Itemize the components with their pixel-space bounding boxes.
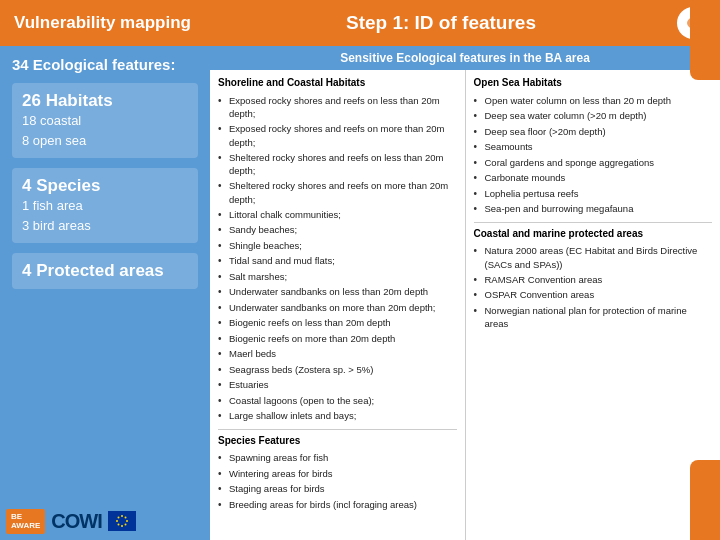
item-text: Seagrass beds (Zostera sp. > 5%) — [229, 363, 373, 378]
list-item: • Deep sea water column (>20 m depth) — [474, 109, 713, 124]
bullet-icon: • — [474, 187, 482, 202]
svg-point-5 — [124, 524, 126, 526]
item-text: OSPAR Convention areas — [485, 288, 595, 303]
species-sub: 1 fish area3 bird areas — [22, 196, 188, 235]
list-item: • Sandy beaches; — [218, 223, 457, 238]
item-text: Wintering areas for birds — [229, 467, 332, 482]
item-text: Sheltered rocky shores and reefs on less… — [229, 151, 457, 179]
bullet-icon: • — [218, 239, 226, 254]
header: Vulnerability mapping Step 1: ID of feat… — [0, 0, 720, 46]
bullet-icon: • — [218, 270, 226, 285]
list-item: • Open water column on less than 20 m de… — [474, 94, 713, 109]
item-text: Sandy beaches; — [229, 223, 297, 238]
aware-text: AWARE — [11, 521, 40, 531]
item-text: Tidal sand and mud flats; — [229, 254, 335, 269]
sidebar: 34 Ecological features: 26 Habitats 18 c… — [0, 46, 210, 540]
item-text: Maerl beds — [229, 347, 276, 362]
protected-title: 4 Protected areas — [22, 261, 188, 281]
list-item: • Shingle beaches; — [218, 239, 457, 254]
eu-flag-icon — [108, 511, 136, 531]
bullet-icon: • — [474, 288, 482, 303]
species-title: 4 Species — [22, 176, 188, 196]
right-content: Sensitive Ecological features in the BA … — [210, 46, 720, 540]
be-aware-badge: BE AWARE — [6, 509, 45, 534]
item-text: Shingle beaches; — [229, 239, 302, 254]
list-item: • Biogenic reefs on less than 20m depth — [218, 316, 457, 331]
habitats-sub: 18 coastal8 open sea — [22, 111, 188, 150]
list-item: • Biogenic reefs on more than 20m depth — [218, 332, 457, 347]
corner-decoration-bottom — [690, 460, 720, 540]
item-text: Natura 2000 areas (EC Habitat and Birds … — [485, 244, 713, 272]
svg-point-8 — [116, 520, 118, 522]
bullet-icon: • — [474, 202, 482, 217]
species-block: 4 Species 1 fish area3 bird areas — [12, 168, 198, 243]
list-item: • Coral gardens and sponge aggregations — [474, 156, 713, 171]
col-left: Shoreline and Coastal Habitats • Exposed… — [210, 70, 466, 540]
item-text: Staging areas for birds — [229, 482, 325, 497]
item-text: Exposed rocky shores and reefs on more t… — [229, 122, 457, 150]
bullet-icon: • — [218, 301, 226, 316]
svg-point-7 — [117, 524, 119, 526]
list-item: • Exposed rocky shores and reefs on more… — [218, 122, 457, 150]
item-text: Coral gardens and sponge aggregations — [485, 156, 655, 171]
bullet-icon: • — [218, 285, 226, 300]
item-text: Open water column on less than 20 m dept… — [485, 94, 671, 109]
item-text: Seamounts — [485, 140, 533, 155]
sensitive-header: Sensitive Ecological features in the BA … — [210, 46, 720, 70]
list-item: • Littoral chalk communities; — [218, 208, 457, 223]
list-item: • Wintering areas for birds — [218, 467, 457, 482]
bullet-icon: • — [218, 316, 226, 331]
list-item: • Underwater sandbanks on less than 20m … — [218, 285, 457, 300]
list-item: • Tidal sand and mud flats; — [218, 254, 457, 269]
bullet-icon: • — [218, 482, 226, 497]
bullet-icon: • — [474, 244, 482, 272]
bullet-icon: • — [218, 498, 226, 513]
list-item: • Spawning areas for fish — [218, 451, 457, 466]
list-item: • Staging areas for birds — [218, 482, 457, 497]
item-text: RAMSAR Convention areas — [485, 273, 603, 288]
habitats-block: 26 Habitats 18 coastal8 open sea — [12, 83, 198, 158]
sidebar-title: 34 Ecological features: — [12, 56, 198, 73]
bullet-icon: • — [218, 332, 226, 347]
item-text: Coastal lagoons (open to the sea); — [229, 394, 374, 409]
item-text: Norwegian national plan for protection o… — [485, 304, 713, 332]
list-item: • RAMSAR Convention areas — [474, 273, 713, 288]
habitats-title: 26 Habitats — [22, 91, 188, 111]
page-container: Vulnerability mapping Step 1: ID of feat… — [0, 0, 720, 540]
item-text: Lophelia pertusa reefs — [485, 187, 579, 202]
species-section: Species Features • Spawning areas for fi… — [218, 429, 457, 513]
svg-rect-1 — [109, 512, 135, 530]
header-left-title: Vulnerability mapping — [0, 13, 210, 33]
item-text: Underwater sandbanks on more than 20m de… — [229, 301, 436, 316]
bullet-icon: • — [218, 254, 226, 269]
item-text: Spawning areas for fish — [229, 451, 328, 466]
bullet-icon: • — [474, 140, 482, 155]
header-right-title: Step 1: ID of features — [210, 12, 672, 34]
list-item: • Exposed rocky shores and reefs on less… — [218, 94, 457, 122]
bullet-icon: • — [218, 223, 226, 238]
coastal-title: Coastal and marine protected areas — [474, 227, 713, 242]
col-left-title: Shoreline and Coastal Habitats — [218, 76, 457, 91]
svg-point-2 — [121, 515, 123, 517]
bullet-icon: • — [218, 208, 226, 223]
table-area: Shoreline and Coastal Habitats • Exposed… — [210, 70, 720, 540]
list-item: • Coastal lagoons (open to the sea); — [218, 394, 457, 409]
bullet-icon: • — [218, 451, 226, 466]
bullet-icon: • — [474, 109, 482, 124]
bottom-logos: BE AWARE COWI — [6, 509, 136, 534]
item-text: Biogenic reefs on less than 20m depth — [229, 316, 391, 331]
bullet-icon: • — [218, 122, 226, 150]
bullet-icon: • — [218, 467, 226, 482]
bullet-icon: • — [218, 394, 226, 409]
list-item: • Large shallow inlets and bays; — [218, 409, 457, 424]
item-text: Deep sea water column (>20 m depth) — [485, 109, 647, 124]
svg-point-6 — [121, 525, 123, 527]
list-item: • Estuaries — [218, 378, 457, 393]
list-item: • Sheltered rocky shores and reefs on le… — [218, 151, 457, 179]
list-item: • Underwater sandbanks on more than 20m … — [218, 301, 457, 316]
bullet-icon: • — [218, 363, 226, 378]
item-text: Sheltered rocky shores and reefs on more… — [229, 179, 457, 207]
item-text: Salt marshes; — [229, 270, 287, 285]
item-text: Large shallow inlets and bays; — [229, 409, 356, 424]
item-text: Estuaries — [229, 378, 269, 393]
